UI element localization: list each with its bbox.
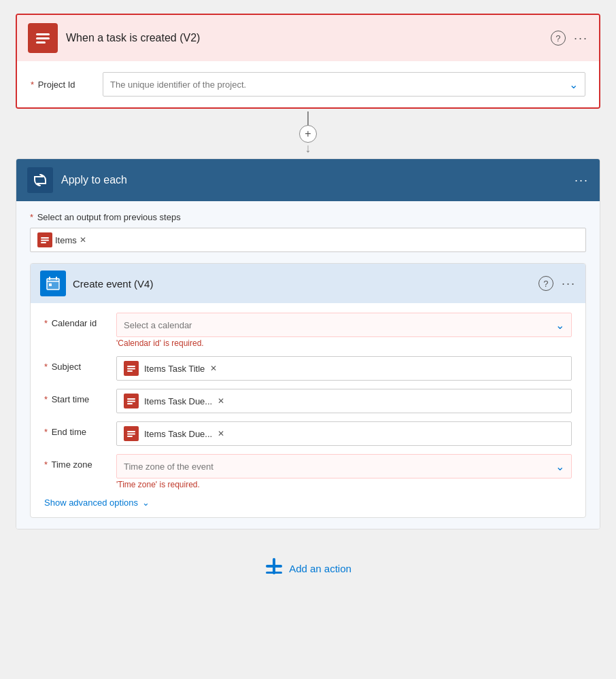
trigger-body: * Project Id ⌄ <box>17 61 599 107</box>
action-header-actions: ? ··· <box>538 276 576 291</box>
end-time-tag-close[interactable]: ✕ <box>218 429 224 438</box>
time-zone-error: 'Time zone' is required. <box>116 480 572 489</box>
svg-rect-17 <box>127 431 135 432</box>
end-time-tag-text: Items Task Due... <box>144 429 212 439</box>
loop-icon <box>31 171 49 189</box>
svg-rect-6 <box>47 279 59 290</box>
svg-rect-8 <box>56 277 57 280</box>
outlook-icon <box>44 275 62 292</box>
add-action-svg-icon <box>264 557 284 576</box>
svg-rect-4 <box>41 240 49 241</box>
action-body: * Calendar id ⌄ 'Calendar id' is require… <box>31 303 585 517</box>
trigger-card: When a task is created (V2) ? ··· * Proj… <box>16 14 600 109</box>
svg-rect-15 <box>127 401 135 402</box>
svg-rect-5 <box>41 242 46 243</box>
items-wrike-icon <box>39 234 50 245</box>
svg-rect-19 <box>127 436 133 437</box>
subject-tag-icon <box>124 361 139 376</box>
trigger-title: When a task is created (V2) <box>66 32 543 44</box>
items-tag-close[interactable]: ✕ <box>80 235 86 245</box>
calendar-id-input[interactable] <box>124 320 553 330</box>
trigger-header-actions: ? ··· <box>551 31 588 46</box>
select-output-label: * Select an output from previous steps <box>30 212 586 222</box>
start-time-tag-icon <box>124 394 139 408</box>
loop-more-button[interactable]: ··· <box>575 173 589 188</box>
action-more-button[interactable]: ··· <box>562 277 576 291</box>
end-time-input-box[interactable]: Items Task Due... ✕ <box>116 421 572 446</box>
required-star: * <box>31 80 34 90</box>
subject-wrike-icon <box>126 363 137 374</box>
svg-rect-16 <box>127 403 133 404</box>
time-zone-row: * Time zone ⌄ 'Time zone' is required. <box>44 454 572 489</box>
trigger-help-icon[interactable]: ? <box>551 31 566 46</box>
start-time-input-box[interactable]: Items Task Due... ✕ <box>116 389 572 413</box>
calendar-id-field-wrapper: ⌄ 'Calendar id' is required. <box>116 313 572 348</box>
add-step-circle[interactable]: + <box>299 125 317 143</box>
subject-row: * Subject Items Task Titl <box>44 356 572 381</box>
action-card: Create event (V4) ? ··· * Calendar id <box>30 263 586 518</box>
project-id-label: * Project Id <box>31 80 92 90</box>
svg-rect-7 <box>49 277 50 280</box>
trigger-more-button[interactable]: ··· <box>574 31 588 46</box>
loop-card: Apply to each ··· * Select an output fro… <box>16 158 600 529</box>
subject-input-box[interactable]: Items Task Title ✕ <box>116 356 572 381</box>
items-input-box[interactable]: Items ✕ <box>30 228 586 252</box>
subject-tag-text: Items Task Title <box>144 364 205 374</box>
action-header: Create event (V4) ? ··· <box>31 264 585 303</box>
items-tag-icon <box>37 232 52 247</box>
subject-tag-close[interactable]: ✕ <box>210 364 217 373</box>
connector-arrow: ↓ <box>305 141 311 156</box>
calendar-id-label: * Calendar id <box>44 313 105 328</box>
connector-line-top <box>307 111 309 125</box>
loop-body: * Select an output from previous steps I… <box>16 201 600 529</box>
time-zone-input[interactable] <box>124 462 553 472</box>
start-time-wrike-icon <box>126 396 137 406</box>
add-action-icon <box>264 557 284 580</box>
svg-rect-14 <box>127 398 135 400</box>
start-time-label: * Start time <box>44 389 105 404</box>
show-advanced-options[interactable]: Show advanced options ⌄ <box>44 498 572 508</box>
loop-header: Apply to each ··· <box>16 159 600 201</box>
svg-rect-18 <box>127 434 135 435</box>
project-id-input-box[interactable]: ⌄ <box>103 72 585 97</box>
items-tag: Items ✕ <box>37 232 86 247</box>
trigger-header: When a task is created (V2) ? ··· <box>17 15 599 61</box>
trigger-icon-box <box>28 23 58 53</box>
add-action-label: Add an action <box>289 563 352 574</box>
subject-label: * Subject <box>44 356 105 372</box>
loop-title: Apply to each <box>61 174 566 186</box>
project-id-dropdown-arrow[interactable]: ⌄ <box>569 78 578 91</box>
time-zone-dropdown-arrow[interactable]: ⌄ <box>555 460 564 473</box>
calendar-dropdown-arrow[interactable]: ⌄ <box>555 319 564 332</box>
svg-rect-2 <box>36 41 46 43</box>
add-action-button[interactable]: Add an action <box>264 557 352 580</box>
connector-1: + ↓ <box>299 111 317 156</box>
svg-rect-11 <box>127 366 135 367</box>
start-time-row: * Start time Items Task D <box>44 389 572 413</box>
project-id-input[interactable] <box>110 80 569 90</box>
start-time-tag-close[interactable]: ✕ <box>218 396 224 406</box>
start-time-tag-text: Items Task Due... <box>144 396 212 406</box>
svg-rect-12 <box>127 368 135 370</box>
loop-icon-box <box>27 167 53 193</box>
svg-rect-1 <box>36 37 50 39</box>
items-tag-text: Items <box>55 235 77 245</box>
svg-rect-3 <box>41 237 49 239</box>
time-zone-input-box[interactable]: ⌄ <box>116 454 572 478</box>
calendar-id-row: * Calendar id ⌄ 'Calendar id' is require… <box>44 313 572 348</box>
end-time-wrike-icon <box>126 428 137 439</box>
calendar-id-error: 'Calendar id' is required. <box>116 338 572 348</box>
action-help-icon[interactable]: ? <box>538 276 553 291</box>
end-time-tag-icon <box>124 426 139 441</box>
wrike-trigger-icon <box>33 29 52 48</box>
add-action-content: Add an action <box>264 557 352 580</box>
svg-rect-22 <box>266 572 282 574</box>
calendar-id-input-box[interactable]: ⌄ <box>116 313 572 337</box>
time-zone-field-wrapper: ⌄ 'Time zone' is required. <box>116 454 572 489</box>
svg-rect-10 <box>49 283 52 286</box>
show-advanced-label: Show advanced options <box>44 498 138 508</box>
action-icon-box <box>40 271 66 296</box>
svg-rect-0 <box>36 33 50 35</box>
end-time-label: * End time <box>44 421 105 437</box>
time-zone-label: * Time zone <box>44 454 105 470</box>
